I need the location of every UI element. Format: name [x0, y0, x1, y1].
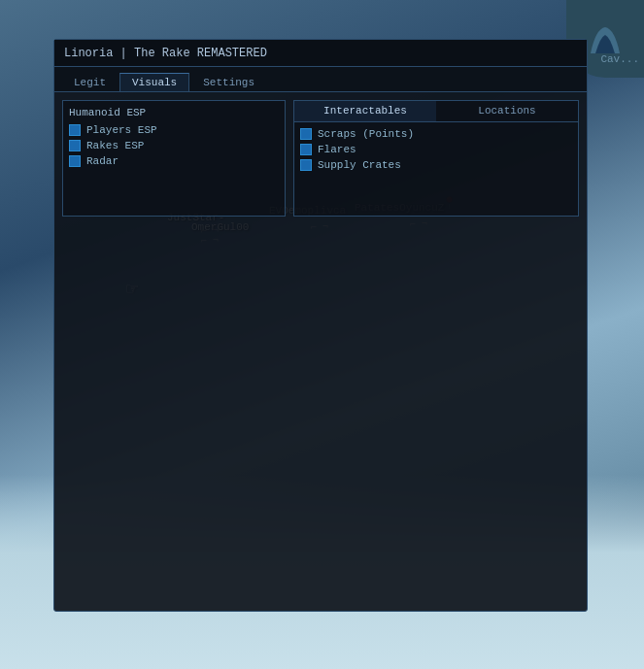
left-panel-title: Humanoid ESP: [69, 107, 279, 118]
players-esp-checkbox[interactable]: [69, 124, 81, 136]
supply-crates-label: Supply Crates: [318, 159, 401, 171]
left-panel: Humanoid ESP Players ESP Rakes ESP Radar: [62, 100, 286, 217]
flares-label: Flares: [318, 144, 356, 155]
right-panel-tabs: Interactables Locations: [294, 101, 578, 122]
tab-settings[interactable]: Settings: [191, 74, 266, 91]
right-panel: Interactables Locations Scraps (Points) …: [293, 100, 579, 217]
cave-label: Cav...: [600, 53, 639, 65]
flares-row[interactable]: Flares: [300, 144, 572, 155]
scraps-checkbox[interactable]: [300, 128, 312, 140]
tab-bar: Legit Visuals Settings: [54, 67, 587, 92]
tab-visuals[interactable]: Visuals: [119, 73, 189, 91]
window-title: Linoria | The Rake REMASTERED: [64, 47, 267, 60]
tab-legit[interactable]: Legit: [62, 74, 118, 91]
tab-interactables[interactable]: Interactables: [294, 101, 436, 121]
supply-crates-row[interactable]: Supply Crates: [300, 159, 572, 171]
rakes-esp-label: Rakes ESP: [86, 140, 144, 151]
rakes-esp-checkbox[interactable]: [69, 140, 81, 151]
radar-label: Radar: [86, 155, 119, 167]
content-area: Humanoid ESP Players ESP Rakes ESP Radar…: [54, 92, 587, 611]
players-esp-row[interactable]: Players ESP: [69, 124, 279, 136]
players-esp-label: Players ESP: [86, 124, 157, 136]
rakes-esp-row[interactable]: Rakes ESP: [69, 140, 279, 151]
scraps-row[interactable]: Scraps (Points): [300, 128, 572, 140]
flares-checkbox[interactable]: [300, 144, 312, 155]
scraps-label: Scraps (Points): [318, 128, 414, 140]
main-window: Linoria | The Rake REMASTERED Legit Visu…: [53, 39, 588, 612]
radar-row[interactable]: Radar: [69, 155, 279, 167]
title-bar[interactable]: Linoria | The Rake REMASTERED: [54, 40, 587, 67]
radar-checkbox[interactable]: [69, 155, 81, 167]
right-panel-content: Scraps (Points) Flares Supply Crates: [294, 122, 578, 181]
supply-crates-checkbox[interactable]: [300, 159, 312, 171]
tab-locations[interactable]: Locations: [436, 101, 578, 121]
